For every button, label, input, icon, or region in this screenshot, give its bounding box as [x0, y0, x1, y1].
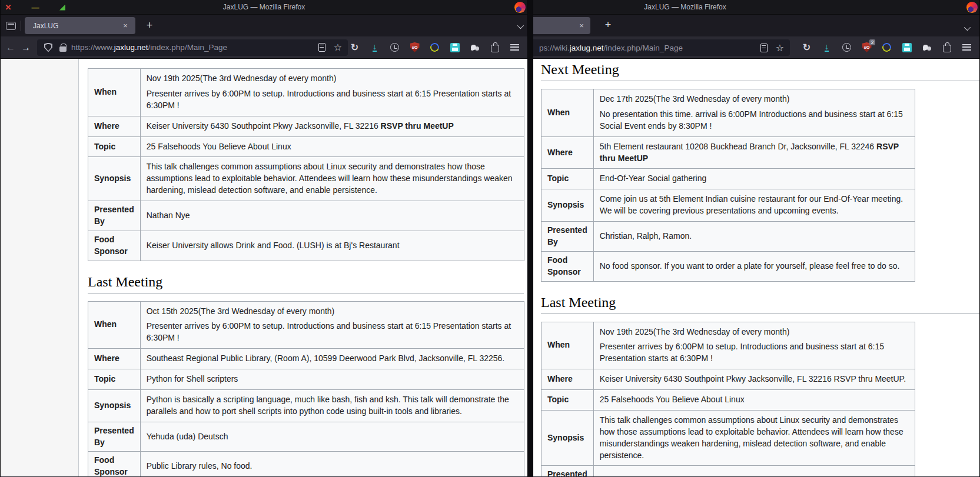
row-label: Presented By [542, 466, 594, 476]
row-value: Nathan Nye [593, 466, 915, 476]
menu-hamburger-icon[interactable] [962, 44, 971, 51]
tab-close-icon[interactable]: × [120, 21, 131, 31]
minimize-window-icon[interactable]: — [31, 4, 39, 12]
row-label: Presented By [88, 201, 141, 231]
row-value: End-Of-Year Social gathering [593, 169, 915, 189]
list-all-tabs-button[interactable] [517, 21, 522, 31]
row-value: No food sponsor. If you want to order a … [593, 251, 915, 281]
row-label: When [88, 69, 141, 116]
row-value: Christian, Ralph, Ramon. [593, 222, 915, 252]
row-value: 25 Falsehoods You Believe About Linux [593, 390, 915, 411]
row-label: When [542, 89, 594, 137]
titlebar[interactable]: JaxLUG — Mozilla Firefox [533, 0, 979, 15]
save-page-extension-icon[interactable] [450, 43, 460, 52]
browser-window-right: JaxLUG — Mozilla Firefox × + ps://wiki.j… [533, 0, 980, 477]
table-row-presented-by: Presented ByChristian, Ralph, Ramon. [542, 222, 915, 252]
window-title: JaxLUG — Mozilla Firefox [644, 0, 726, 15]
cloud-extension-icon[interactable] [923, 45, 928, 50]
row-label: Topic [88, 369, 141, 390]
tab-fragment[interactable]: × [533, 17, 590, 34]
url-text[interactable]: https://www.jaxlug.net/index.php/Main_Pa… [71, 43, 318, 52]
menu-hamburger-icon[interactable] [510, 44, 519, 51]
row-value: Keiser University 6430 Southpoint Pkwy J… [140, 116, 524, 136]
lock-icon[interactable] [59, 46, 67, 52]
row-value: Python is basically a scripting language… [140, 389, 524, 422]
row-label: Synopsis [542, 410, 594, 466]
extension-badge: 2 [869, 39, 875, 45]
tab-close-icon[interactable]: × [576, 21, 587, 31]
section-heading-next-meeting: Next Meeting [541, 62, 979, 81]
close-window-icon[interactable]: ✕ [4, 4, 12, 12]
refresh-icon[interactable]: ↻ [349, 42, 360, 53]
row-value: Nov 19th 2025(The 3rd Wednesday of every… [140, 69, 524, 116]
reader-mode-icon[interactable] [760, 44, 768, 52]
ublock-origin-icon[interactable]: uO [410, 42, 420, 52]
table-row-where: WhereKeiser University 6430 Southpoint P… [542, 369, 915, 390]
tab-label: JaxLUG [33, 22, 120, 30]
save-page-extension-icon[interactable] [902, 43, 912, 52]
reader-mode-icon[interactable] [318, 43, 325, 52]
url-bar[interactable]: https://www.jaxlug.net/index.php/Main_Pa… [37, 39, 348, 56]
download-icon[interactable]: ↓ [373, 43, 377, 52]
table-row-where: WhereKeiser University 6430 Southpoint P… [88, 116, 524, 136]
url-text[interactable]: ps://wiki.jaxlug.net/index.php/Main_Page [539, 44, 760, 52]
history-clock-icon[interactable] [842, 43, 851, 52]
tab-jaxlug[interactable]: JaxLUG × [25, 17, 135, 34]
titlebar[interactable]: ✕ — JaxLUG — Mozilla Firefox [1, 0, 527, 15]
table-row-topic: Topic25 Falsehoods You Believe About Lin… [542, 390, 915, 411]
download-icon[interactable]: ↓ [825, 43, 829, 52]
forward-button[interactable]: → [18, 42, 34, 53]
row-value: Nov 19th 2025(The 3rd Wednesday of every… [593, 322, 915, 369]
row-label: Synopsis [88, 389, 141, 422]
table-row-food-sponsor: Food SponsorNo food sponsor. If you want… [542, 251, 915, 281]
bookmark-star-icon[interactable]: ☆ [776, 42, 784, 54]
extensions-puzzle-icon[interactable] [491, 45, 499, 52]
url-bar[interactable]: ps://wiki.jaxlug.net/index.php/Main_Page… [533, 39, 790, 56]
new-tab-button[interactable]: + [601, 19, 615, 31]
row-value: Yehuda (uda) Deutsch [140, 422, 524, 452]
maximize-window-icon[interactable] [58, 4, 67, 12]
history-clock-icon[interactable] [390, 43, 399, 52]
table-row-food-sponsor: Food SponsorPublic Library rules, No foo… [88, 452, 524, 476]
row-label: Presented By [88, 422, 141, 452]
new-tab-button[interactable]: + [142, 19, 157, 32]
extensions-puzzle-icon[interactable] [943, 45, 951, 52]
row-label: Where [88, 116, 141, 136]
chevron-down-icon [517, 22, 524, 28]
table-row-when: WhenNov 19th 2025(The 3rd Wednesday of e… [88, 69, 524, 116]
circular-arrows-extension-icon[interactable] [429, 42, 441, 54]
table-row-presented-by: Presented ByNathan Nye [542, 466, 915, 476]
back-button[interactable]: ← [3, 42, 18, 53]
firefox-view-icon[interactable] [6, 22, 16, 30]
wiki-page: Next MeetingWhenDec 17th 2025(The 3rd We… [533, 59, 979, 476]
section-heading-last-meeting: Last Meeting [541, 295, 979, 314]
row-label: Topic [542, 390, 594, 411]
chevron-down-icon [964, 24, 971, 31]
tab-strip: × + [533, 15, 979, 36]
window-title: JaxLUG — Mozilla Firefox [223, 0, 305, 15]
row-value: This talk challenges common assumptions … [140, 157, 524, 201]
list-all-tabs-button[interactable] [964, 22, 969, 33]
cloud-extension-icon[interactable] [471, 45, 476, 50]
row-value: 5th Element restaurant 10208 Buckhead Br… [593, 136, 915, 169]
tab-separator [21, 21, 21, 31]
row-label: Food Sponsor [542, 251, 594, 281]
table-row-where: WhereSoutheast Regional Public Library, … [88, 349, 524, 369]
bookmark-star-icon[interactable]: ☆ [334, 42, 342, 53]
row-label: Synopsis [542, 189, 594, 222]
refresh-icon[interactable]: ↻ [801, 42, 812, 53]
row-label: Food Sponsor [88, 231, 141, 261]
page-content: WhenNov 19th 2025(The 3rd Wednesday of e… [1, 59, 527, 476]
row-label: Synopsis [88, 157, 141, 201]
tracking-protection-shield-icon[interactable] [44, 43, 52, 52]
circular-arrows-extension-icon[interactable] [881, 42, 893, 54]
firefox-logo-icon [966, 2, 978, 13]
wiki-page: WhenNov 19th 2025(The 3rd Wednesday of e… [79, 59, 527, 476]
row-value: Nathan Nye [140, 201, 524, 231]
row-value: 25 Falsehoods You Believe About Linux [140, 136, 524, 157]
meeting-table: WhenNov 19th 2025(The 3rd Wednesday of e… [541, 322, 915, 477]
row-label: Food Sponsor [88, 452, 141, 476]
table-row-synopsis: SynopsisPython is basically a scripting … [88, 389, 524, 422]
meeting-table: WhenNov 19th 2025(The 3rd Wednesday of e… [88, 68, 524, 261]
table-row-topic: TopicPython for Shell scripters [88, 369, 524, 390]
